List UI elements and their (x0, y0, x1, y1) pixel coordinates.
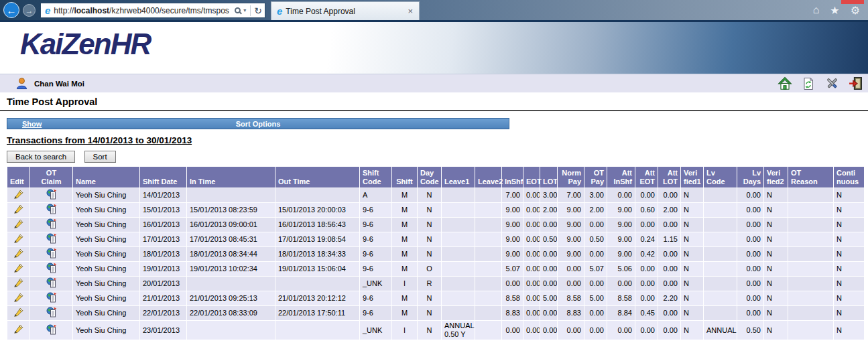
cell-in-time: 22/01/2013 08:33:09 (187, 306, 275, 321)
tab-close-icon[interactable]: × (406, 6, 415, 16)
chevron-down-icon[interactable]: ▾ (243, 7, 246, 13)
table-row: Yeoh Siu Ching23/01/2013_UNKINANNUAL 0.5… (7, 321, 865, 340)
col-header-edit: Edit (7, 167, 30, 188)
cell-in-time: 18/01/2013 08:34:44 (187, 247, 275, 262)
cell-leave2 (475, 306, 502, 321)
col-header-name: Name (73, 167, 140, 188)
browser-tab[interactable]: e Time Post Approval × (271, 1, 420, 20)
cell-day-code: O (418, 262, 442, 277)
edit-button[interactable] (7, 188, 30, 203)
cell-norm-pay: 9.00 (558, 232, 584, 247)
cell-shift-date: 23/01/2013 (140, 321, 187, 340)
cell-leave1 (442, 218, 475, 232)
favorites-star-icon[interactable]: ★ (830, 4, 839, 17)
cell-verified2: N (764, 188, 788, 203)
address-url[interactable]: http://localhost/kzhrweb4000/secure/tms/… (54, 6, 232, 15)
cell-name: Yeoh Siu Ching (73, 203, 140, 218)
ot-claim-button[interactable] (30, 232, 73, 247)
ot-claim-button[interactable] (30, 321, 73, 340)
edit-button[interactable] (7, 262, 30, 277)
cell-continuous: N (834, 232, 865, 247)
col-header-continuous: Conti nuous (834, 167, 865, 188)
cell-lv-days: 0.00 (737, 203, 764, 218)
cell-inshf: 7.00 (502, 188, 523, 203)
cell-norm-pay: 0.00 (558, 277, 584, 291)
edit-button[interactable] (7, 291, 30, 306)
edit-pencil-icon (13, 278, 23, 288)
cell-shift-code: 9-6 (360, 232, 392, 247)
cell-shift-date: 15/01/2013 (140, 203, 187, 218)
gear-icon[interactable]: ⚙ (851, 4, 860, 17)
ot-claim-button[interactable] (30, 277, 73, 291)
cell-eot: 0.00 (523, 291, 540, 306)
logout-exit-icon[interactable] (848, 76, 863, 91)
cell-shift-date: 19/01/2013 (140, 262, 187, 277)
cell-in-time (187, 321, 275, 340)
cell-att-lot: 2.20 (658, 291, 681, 306)
cell-continuous: N (834, 321, 865, 340)
cell-lot: 0.00 (540, 218, 558, 232)
edit-button[interactable] (7, 321, 30, 340)
cell-lot: 0.00 (540, 262, 558, 277)
back-to-search-button[interactable]: Back to search (7, 151, 75, 163)
cell-verified1: N (681, 203, 704, 218)
cell-ot-pay: 0.00 (584, 218, 607, 232)
browser-forward-button[interactable]: → (23, 4, 36, 17)
cell-inshf: 0.00 (502, 321, 523, 340)
cell-inshf: 9.00 (502, 232, 523, 247)
transactions-table: EditOT ClaimNameShift DateIn TimeOut Tim… (7, 166, 865, 340)
refresh-icon[interactable]: ↻ (254, 5, 262, 16)
cell-out-time (275, 188, 360, 203)
home-icon[interactable]: ⌂ (813, 4, 820, 16)
edit-button[interactable] (7, 306, 30, 321)
col-header-att-eot: Att EOT (635, 167, 658, 188)
cell-att-inshf: 0.00 (607, 188, 635, 203)
ot-claim-button[interactable] (30, 218, 73, 232)
cell-inshf: 9.00 (502, 203, 523, 218)
window-close-button[interactable] (841, 0, 864, 4)
cell-verified2: N (764, 262, 788, 277)
tools-icon[interactable] (824, 76, 839, 91)
refresh-page-icon[interactable] (801, 76, 816, 91)
ot-claim-button[interactable] (30, 291, 73, 306)
cell-att-eot: 0.00 (635, 262, 658, 277)
cell-verified1: N (681, 277, 704, 291)
cell-lv-code (704, 247, 737, 262)
cell-leave1: ANNUAL 0.50 Y (442, 321, 475, 340)
ot-claim-doc-icon (46, 218, 57, 229)
sort-button[interactable]: Sort (84, 151, 116, 163)
edit-pencil-icon (13, 293, 23, 303)
cell-lv-days: 0.00 (737, 232, 764, 247)
edit-button[interactable] (7, 232, 30, 247)
cell-leave2 (475, 277, 502, 291)
table-row: Yeoh Siu Ching18/01/201318/01/2013 08:34… (7, 247, 865, 262)
ot-claim-button[interactable] (30, 188, 73, 203)
cell-continuous: N (834, 203, 865, 218)
search-icon[interactable] (235, 7, 241, 13)
edit-button[interactable] (7, 247, 30, 262)
address-bar[interactable]: e http://localhost/kzhrweb4000/secure/tm… (40, 3, 265, 18)
ot-claim-doc-icon (46, 277, 57, 288)
cell-verified1: N (681, 306, 704, 321)
ot-claim-button[interactable] (30, 247, 73, 262)
edit-button[interactable] (7, 277, 30, 291)
browser-chrome: ← → e http://localhost/kzhrweb4000/secur… (0, 0, 868, 20)
cell-in-time: 15/01/2013 08:23:59 (187, 203, 275, 218)
home-page-icon[interactable] (778, 76, 792, 91)
cell-day-code: N (418, 203, 442, 218)
cell-lv-code (704, 291, 737, 306)
cell-eot: 0.00 (523, 306, 540, 321)
cell-ot-reason (788, 203, 834, 218)
ot-claim-button[interactable] (30, 262, 73, 277)
browser-back-button[interactable]: ← (3, 2, 19, 18)
cell-verified1: N (681, 262, 704, 277)
ot-claim-button[interactable] (30, 203, 73, 218)
edit-button[interactable] (7, 203, 30, 218)
ot-claim-button[interactable] (30, 306, 73, 321)
edit-button[interactable] (7, 218, 30, 232)
cell-name: Yeoh Siu Ching (73, 262, 140, 277)
ot-claim-doc-icon (46, 292, 57, 303)
col-header-verified2: Veri fied2 (764, 167, 788, 188)
cell-inshf: 8.58 (502, 291, 523, 306)
table-row: Yeoh Siu Ching15/01/201315/01/2013 08:23… (7, 203, 865, 218)
